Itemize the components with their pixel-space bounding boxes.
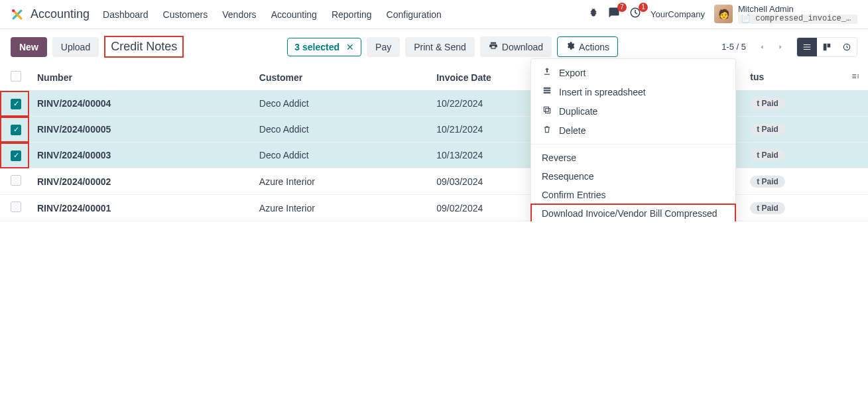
gear-icon <box>566 41 575 52</box>
user-file-tag: 📄 compressed_invoice_repor… <box>738 15 857 24</box>
cell-number: RINV/2024/00005 <box>29 117 251 143</box>
nav-item-reporting[interactable]: Reporting <box>332 9 372 20</box>
col-number[interactable]: Number <box>29 64 251 91</box>
col-customer[interactable]: Customer <box>251 64 428 91</box>
print-icon <box>489 41 498 52</box>
cell-status: t Paid <box>742 168 868 195</box>
download-button[interactable]: Download <box>480 36 552 57</box>
table-row[interactable]: RINV/2024/00005Deco Addict10/21/2024Toda… <box>0 117 868 143</box>
row-checkbox[interactable] <box>11 150 21 161</box>
status-badge: t Paid <box>750 97 785 109</box>
svg-point-8 <box>857 76 859 77</box>
status-badge: t Paid <box>750 149 785 161</box>
company-selector[interactable]: YourCompany <box>651 9 705 19</box>
spreadsheet-icon <box>542 86 552 97</box>
top-nav: Accounting Dashboard Customers Vendors A… <box>0 0 868 29</box>
cell-status: t Paid <box>742 195 868 221</box>
trash-icon <box>542 125 552 136</box>
cell-number: RINV/2024/00002 <box>29 168 251 195</box>
optional-columns-icon[interactable] <box>851 72 860 83</box>
status-badge: t Paid <box>750 123 785 135</box>
svg-point-7 <box>857 74 859 76</box>
svg-rect-6 <box>544 107 548 111</box>
duplicate-icon <box>542 105 552 117</box>
cell-status: t Paid <box>742 143 868 168</box>
nav-item-vendors[interactable]: Vendors <box>222 9 256 20</box>
status-badge: t Paid <box>750 176 785 188</box>
table-row[interactable]: RINV/2024/00004Deco Addict10/22/2024Toda… <box>0 91 868 117</box>
cell-customer: Deco Addict <box>251 91 428 117</box>
action-reverse[interactable]: Reverse <box>531 149 735 167</box>
avatar: 🧑 <box>714 5 733 23</box>
action-insert-spreadsheet[interactable]: Insert in spreadsheet <box>531 82 735 101</box>
action-confirm-entries[interactable]: Confirm Entries <box>531 186 735 204</box>
nav-items: Dashboard Customers Vendors Accounting R… <box>103 9 442 20</box>
cell-status: t Paid <box>742 117 868 143</box>
cell-number: RINV/2024/00001 <box>29 195 251 221</box>
activity-badge: 1 <box>639 3 648 12</box>
new-button[interactable]: New <box>11 37 47 57</box>
table-row[interactable]: RINV/2024/00001Azure Interior09/02/2024T… <box>0 195 868 221</box>
svg-point-9 <box>857 77 859 78</box>
cell-customer: Azure Interior <box>251 168 428 195</box>
view-switcher <box>796 37 857 57</box>
action-duplicate[interactable]: Duplicate <box>531 101 735 121</box>
action-resequence[interactable]: Resequence <box>531 167 735 186</box>
cell-status: t Paid <box>742 91 868 117</box>
nav-item-dashboard[interactable]: Dashboard <box>103 9 149 20</box>
pager-text[interactable]: 1-5 / 5 <box>721 42 746 52</box>
app-logo <box>11 8 24 21</box>
cell-customer: Deco Addict <box>251 117 428 143</box>
action-delete[interactable]: Delete <box>531 121 735 140</box>
pay-button[interactable]: Pay <box>367 37 400 57</box>
actions-dropdown: Export Insert in spreadsheet Duplicate D… <box>530 58 736 221</box>
action-export[interactable]: Export <box>531 63 735 82</box>
pager-next-button[interactable] <box>771 38 790 56</box>
clear-selection-icon[interactable]: ✕ <box>346 42 354 52</box>
chat-icon[interactable]: 7 <box>608 7 620 21</box>
table-row[interactable]: RINV/2024/00003Deco Addict10/13/2024Toda… <box>0 143 868 168</box>
activity-icon[interactable]: 1 <box>629 7 641 21</box>
list-view-button[interactable] <box>797 38 817 56</box>
app-title[interactable]: Accounting <box>31 7 90 21</box>
cell-number: RINV/2024/00004 <box>29 91 251 117</box>
credit-notes-table: Number Customer Invoice Date Due Date tu… <box>0 64 868 221</box>
table-row[interactable]: RINV/2024/00002Azure Interior09/03/2024T… <box>0 168 868 195</box>
row-checkbox[interactable] <box>11 175 21 186</box>
chat-badge: 7 <box>617 3 627 12</box>
breadcrumb: Credit Notes <box>104 36 184 58</box>
select-all-checkbox[interactable] <box>11 71 21 82</box>
row-checkbox[interactable] <box>11 202 21 212</box>
row-checkbox[interactable] <box>11 99 21 109</box>
nav-item-customers[interactable]: Customers <box>163 9 208 20</box>
activity-view-button[interactable] <box>837 38 857 56</box>
selection-count: 3 selected <box>294 42 340 52</box>
svg-point-2 <box>12 9 15 12</box>
cell-customer: Azure Interior <box>251 195 428 221</box>
pager-prev-button[interactable] <box>753 38 771 56</box>
row-checkbox[interactable] <box>11 125 21 135</box>
user-name: Mitchell Admin <box>738 5 857 15</box>
col-status[interactable]: tus <box>742 64 868 91</box>
control-bar: New Upload Credit Notes 3 selected ✕ Pay… <box>0 29 868 64</box>
print-send-button[interactable]: Print & Send <box>405 37 475 57</box>
cell-customer: Deco Addict <box>251 143 428 168</box>
nav-item-configuration[interactable]: Configuration <box>387 9 442 20</box>
bug-icon[interactable] <box>588 7 599 21</box>
selection-indicator: 3 selected ✕ <box>287 38 361 56</box>
dropdown-separator <box>531 144 735 145</box>
cell-number: RINV/2024/00003 <box>29 143 251 168</box>
actions-button[interactable]: Actions <box>557 36 618 57</box>
user-menu[interactable]: 🧑 Mitchell Admin 📄 compressed_invoice_re… <box>714 5 857 24</box>
kanban-view-button[interactable] <box>817 38 837 56</box>
svg-rect-5 <box>546 109 550 113</box>
nav-item-accounting[interactable]: Accounting <box>271 9 317 20</box>
upload-button[interactable]: Upload <box>52 37 99 57</box>
status-badge: t Paid <box>750 202 785 214</box>
action-download-compressed[interactable]: Download Invoice/Vendor Bill Compressed <box>531 204 735 221</box>
export-icon <box>542 67 552 78</box>
